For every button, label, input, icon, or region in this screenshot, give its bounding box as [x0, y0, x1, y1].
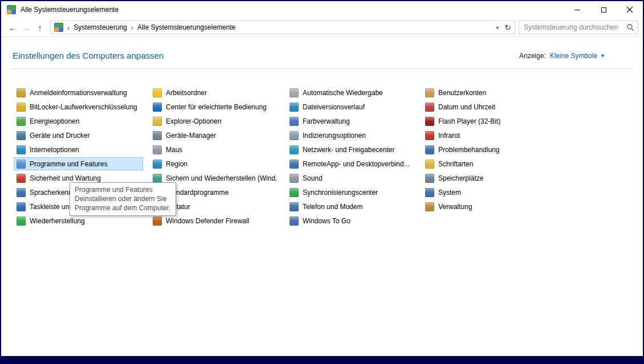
item-label: Windows To Go: [303, 217, 350, 225]
control-panel-item[interactable]: Synchronisierungscenter: [287, 186, 415, 199]
control-panel-item[interactable]: Dateiversionsverlauf: [287, 100, 415, 113]
phone-modem-icon: [290, 202, 299, 211]
refresh-button[interactable]: ↻: [504, 23, 511, 32]
item-label: Telefon und Modem: [303, 203, 362, 211]
breadcrumb-systemsteuerung[interactable]: Systemsteuerung: [74, 23, 127, 31]
close-icon: [626, 6, 633, 13]
view-dropdown[interactable]: Kleine Symbole ▼: [550, 52, 605, 60]
control-panel-item[interactable]: Datum und Uhrzeit: [422, 100, 551, 113]
control-panel-item[interactable]: Telefon und Modem: [287, 200, 415, 213]
tooltip: Programme und Features Deinstallieren od…: [70, 182, 176, 216]
minimize-button[interactable]: [564, 1, 590, 18]
header-divider: [11, 68, 633, 69]
maximize-button[interactable]: [590, 1, 617, 18]
control-panel-item[interactable]: Windows To Go: [287, 214, 415, 227]
fonts-icon: [425, 159, 434, 169]
item-label: Synchronisierungscenter: [303, 189, 378, 197]
work-folders-icon: [153, 88, 162, 97]
search-input[interactable]: [523, 23, 626, 32]
explorer-options-icon: [153, 117, 162, 126]
item-label: Windows Defender Firewall: [166, 217, 249, 225]
control-panel-item[interactable]: Geräte-Manager: [150, 129, 280, 142]
item-label: Dateiversionsverlauf: [303, 103, 365, 111]
control-panel-item[interactable]: Explorer-Optionen: [150, 114, 280, 128]
ease-of-access-icon: [153, 103, 162, 112]
sync-center-icon: [290, 188, 299, 197]
control-panel-item[interactable]: System: [422, 186, 551, 199]
administrative-tools-icon: [425, 202, 434, 211]
forward-button[interactable]: →: [19, 23, 33, 32]
control-panel-item[interactable]: Anmeldeinformationsverwaltung: [14, 86, 143, 99]
control-panel-item[interactable]: Windows Defender Firewall: [150, 214, 280, 227]
control-panel-item[interactable]: Wiederherstellung: [14, 214, 143, 227]
control-panel-item[interactable]: Speicherplätze: [422, 171, 551, 185]
control-panel-item[interactable]: RemoteApp- und Desktopverbind...: [287, 157, 415, 170]
storage-spaces-icon: [425, 174, 434, 183]
control-panel-item[interactable]: Automatische Wiedergabe: [287, 86, 415, 99]
window-controls: [564, 1, 643, 18]
page-title: Einstellungen des Computers anpassen: [13, 51, 164, 60]
item-label: Datum und Uhrzeit: [438, 103, 495, 111]
control-panel-item[interactable]: Problembehandlung: [422, 143, 551, 156]
search-icon[interactable]: [626, 23, 634, 31]
item-label: Speicherplätze: [438, 174, 483, 182]
control-panel-item[interactable]: Programme und Features: [14, 157, 143, 170]
control-panel-item[interactable]: Netzwerk- und Freigabecenter: [287, 143, 415, 156]
control-panel-item[interactable]: Infrarot: [422, 129, 551, 142]
breadcrumb-separator-icon: ›: [67, 23, 70, 32]
item-label: Internetoptionen: [30, 146, 79, 154]
window-bottom-border: [1, 356, 643, 363]
bitlocker-icon: [17, 103, 26, 112]
item-label: Indizierungsoptionen: [303, 132, 366, 140]
file-history-icon: [290, 103, 299, 112]
credential-manager-icon: [17, 88, 26, 97]
control-panel-item[interactable]: Internetoptionen: [14, 143, 143, 156]
internet-options-icon: [17, 145, 26, 154]
backup-restore-icon: [153, 174, 162, 183]
minimize-icon: [574, 10, 580, 10]
close-button[interactable]: [617, 1, 643, 18]
control-panel-item[interactable]: Flash Player (32-Bit): [422, 114, 551, 128]
control-panel-item[interactable]: Schriftarten: [422, 157, 551, 170]
title-bar: Alle Systemsteuerungselemente: [1, 1, 643, 18]
control-panel-item[interactable]: Indizierungsoptionen: [287, 129, 415, 142]
speech-recognition-icon: [17, 188, 26, 197]
breadcrumb-alle-systemsteuerungselemente[interactable]: Alle Systemsteuerungselemente: [137, 23, 235, 31]
maximize-icon: [601, 7, 606, 13]
item-label: Flash Player (32-Bit): [438, 117, 500, 125]
control-panel-item[interactable]: Center für erleichterte Bedienung: [150, 100, 280, 113]
control-panel-item[interactable]: BitLocker-Laufwerkverschlüsselung: [14, 100, 143, 113]
control-panel-item[interactable]: Region: [150, 157, 280, 170]
sound-icon: [290, 174, 299, 183]
indexing-options-icon: [290, 131, 299, 140]
back-button[interactable]: ←: [6, 23, 19, 32]
up-button[interactable]: ↑: [33, 23, 47, 32]
breadcrumb-separator-icon: ›: [131, 23, 133, 32]
item-label: Geräte-Manager: [166, 132, 216, 140]
control-panel-item[interactable]: Farbverwaltung: [287, 114, 415, 128]
address-dropdown-icon[interactable]: ▾: [496, 24, 499, 31]
control-panel-item[interactable]: Geräte und Drucker: [14, 129, 143, 142]
view-label: Anzeige:: [519, 52, 546, 60]
navigation-bar: ← → ↑ › Systemsteuerung › Alle Systemste…: [1, 18, 643, 37]
item-label: Region: [166, 160, 188, 168]
address-bar[interactable]: › Systemsteuerung › Alle Systemsteuerung…: [50, 21, 515, 34]
control-panel-item[interactable]: Arbeitsordner: [150, 86, 280, 99]
control-panel-item[interactable]: Sound: [287, 171, 415, 185]
security-maintenance-icon: [17, 174, 26, 183]
item-label: Energieoptionen: [30, 117, 79, 125]
control-panel-item[interactable]: Benutzerkonten: [422, 86, 551, 99]
item-label: Geräte und Drucker: [30, 132, 89, 140]
color-management-icon: [290, 117, 299, 126]
control-panel-item[interactable]: Maus: [150, 143, 280, 156]
item-label: Sicherheit und Wartung: [30, 174, 101, 182]
date-time-icon: [425, 103, 434, 112]
region-icon: [153, 159, 162, 169]
control-panel-item[interactable]: Verwaltung: [422, 200, 551, 213]
item-label: Programme und Features: [30, 160, 108, 168]
tooltip-line: Programme auf dem Computer.: [75, 203, 170, 212]
item-label: Sichern und Wiederherstellen (Wind...: [166, 174, 277, 182]
view-control: Anzeige: Kleine Symbole ▼: [519, 52, 605, 60]
system-icon: [425, 188, 434, 197]
control-panel-item[interactable]: Energieoptionen: [14, 114, 143, 128]
